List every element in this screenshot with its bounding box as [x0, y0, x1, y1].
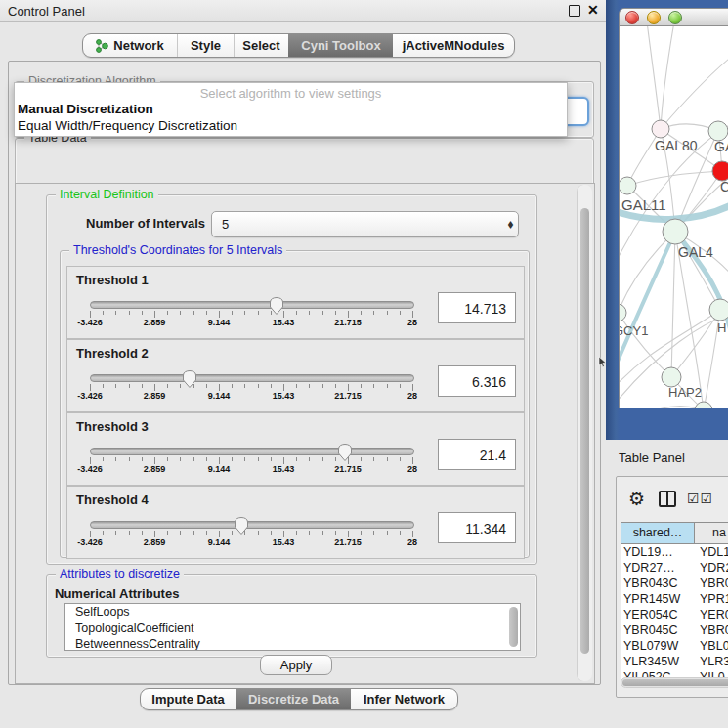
- slider-handle[interactable]: [233, 514, 250, 535]
- threshold-value-field[interactable]: 14.713: [438, 292, 516, 323]
- table-row[interactable]: YBL079WYBL0: [621, 638, 728, 654]
- threshold-value-field[interactable]: 11.344: [438, 512, 516, 543]
- slider-tick-label: -3.426: [77, 318, 103, 327]
- list-scrollbar-thumb[interactable]: [509, 607, 518, 647]
- table-row[interactable]: YER054CYER0: [621, 607, 728, 622]
- tab-label: Impute Data: [151, 692, 224, 707]
- slider-track[interactable]: [90, 301, 414, 309]
- table-row[interactable]: YLR345WYLR3: [621, 654, 728, 669]
- slider-track[interactable]: [90, 374, 414, 382]
- columns-icon[interactable]: [659, 491, 676, 507]
- horizontal-scrollbar[interactable]: [621, 677, 728, 688]
- tab-impute-data[interactable]: Impute Data: [141, 689, 236, 709]
- tab-infer-network[interactable]: Infer Network: [351, 689, 457, 709]
- network-node-gal11[interactable]: [619, 177, 636, 194]
- slider-tick: [154, 311, 155, 318]
- slider-tick: [373, 457, 374, 461]
- cyni-toolbox-panel: Discretization Algorithm Select algorith…: [8, 61, 601, 685]
- node-label: GAL80: [655, 138, 698, 153]
- dropdown-option-manual-discretization[interactable]: Manual Discretization: [15, 101, 567, 117]
- slider-handle-glyph: [268, 294, 285, 316]
- slider-track[interactable]: [90, 448, 414, 455]
- table-row[interactable]: YPR145WYPR1: [621, 591, 728, 607]
- apply-button[interactable]: Apply: [260, 655, 332, 675]
- number-of-intervals-combobox[interactable]: 5 ▲▼: [211, 211, 519, 237]
- vertical-scrollbar[interactable]: [577, 185, 592, 681]
- checkbox-icons[interactable]: ☑☑: [687, 491, 713, 506]
- network-node-hap2[interactable]: [662, 367, 681, 387]
- close-icon[interactable]: ✕: [587, 2, 599, 18]
- zoom-traffic-light[interactable]: [668, 11, 682, 24]
- network-node-gal80[interactable]: [652, 120, 669, 138]
- cell-shared-name: YER054C: [623, 607, 692, 622]
- node-label: HAP2: [668, 385, 702, 400]
- threshold-slider-1[interactable]: -3.4262.8599.14415.4321.71528: [90, 294, 412, 331]
- slider-tick: [335, 311, 336, 315]
- tab-jactivemnodules[interactable]: jActiveMNodules: [393, 34, 514, 57]
- table-row[interactable]: YBR045CYBR0: [621, 622, 728, 638]
- minimize-traffic-light[interactable]: [647, 11, 661, 24]
- cell-name: YDL1: [700, 544, 728, 560]
- threshold-panel-1: Threshold 1-3.4262.8599.14415.4321.71528…: [66, 266, 525, 339]
- network-node-gal4[interactable]: [663, 219, 688, 244]
- column-header-name[interactable]: na: [694, 522, 728, 544]
- gear-icon[interactable]: ⚙: [628, 488, 645, 510]
- tab-discretize-data[interactable]: Discretize Data: [236, 689, 351, 709]
- slider-tick: [180, 457, 181, 461]
- attribute-item-topologicalcoefficient[interactable]: TopologicalCoefficient: [65, 621, 520, 637]
- scrollbar-thumb[interactable]: [580, 208, 589, 654]
- network-icon: [96, 39, 108, 53]
- network-node-ga[interactable]: [708, 121, 728, 141]
- threshold-value-field[interactable]: 21.4: [438, 439, 516, 470]
- attributes-group: Attributes to discretize Numerical Attri…: [46, 574, 537, 658]
- network-node-h[interactable]: [709, 299, 728, 321]
- slider-tick: [167, 531, 168, 535]
- table-row[interactable]: YBR043CYBR0: [621, 576, 728, 591]
- slider-tick: [361, 384, 362, 388]
- tab-select[interactable]: Select: [234, 34, 288, 57]
- slider-tick: [348, 531, 349, 537]
- slider-handle[interactable]: [181, 367, 198, 389]
- slider-handle[interactable]: [268, 294, 285, 316]
- cell-shared-name: YLR345W: [623, 654, 692, 669]
- cell-name: YLR3: [700, 654, 728, 669]
- numerical-attributes-list[interactable]: SelfLoopsTopologicalCoefficientBetweenne…: [64, 603, 521, 651]
- float-window-icon[interactable]: [569, 5, 580, 17]
- slider-handle-glyph: [233, 514, 250, 535]
- threshold-value-field[interactable]: 6.316: [438, 365, 516, 397]
- slider-tick: [142, 384, 143, 388]
- attribute-item-selfloops[interactable]: SelfLoops: [65, 604, 520, 621]
- network-node-gcy1[interactable]: [619, 304, 626, 321]
- column-header-shared[interactable]: shared…: [621, 522, 695, 544]
- slider-track[interactable]: [90, 521, 414, 529]
- slider-tick: [271, 531, 272, 535]
- slider-tick-label: 2.859: [144, 318, 166, 327]
- table-row[interactable]: YDL19…YDL1: [621, 544, 728, 560]
- slider-tick: [219, 311, 220, 318]
- tab-cyni-toolbox[interactable]: Cyni Toolbox: [288, 34, 393, 57]
- attribute-item-betweennesscentrality[interactable]: BetweennessCentrality: [65, 636, 520, 651]
- algorithm-dropdown-popup: Select algorithm to view settings Manual…: [14, 82, 568, 137]
- slider-tick: [115, 457, 116, 461]
- dropdown-option-equal-width-frequency-discretization[interactable]: Equal Width/Frequency Discretization: [15, 117, 567, 134]
- threshold-slider-2[interactable]: -3.4262.8599.14415.4321.71528: [90, 367, 412, 405]
- slider-tick: [258, 457, 259, 461]
- cell-shared-name: YBR043C: [623, 576, 692, 591]
- network-node[interactable]: [695, 402, 712, 408]
- table-row[interactable]: YDR27…YDR2: [621, 560, 728, 576]
- slider-handle[interactable]: [336, 441, 354, 462]
- scrollbar-thumb[interactable]: [622, 679, 728, 686]
- network-window-titlebar[interactable]: [619, 8, 728, 26]
- threshold-slider-3[interactable]: -3.4262.8599.14415.4321.71528: [90, 441, 412, 478]
- slider-tick: [232, 384, 233, 388]
- threshold-slider-4[interactable]: -3.4262.8599.14415.4321.71528: [90, 514, 412, 551]
- slider-tick: [296, 384, 297, 388]
- network-canvas[interactable]: GAL80GACGAL11GAL4GCY1HHAP2: [619, 26, 728, 408]
- tab-network[interactable]: Network: [83, 34, 177, 57]
- network-node-c[interactable]: [712, 161, 728, 181]
- slider-tick-label: 28: [407, 318, 417, 327]
- close-traffic-light[interactable]: [625, 11, 639, 24]
- slider-tick: [232, 311, 233, 315]
- dropdown-hint: Select algorithm to view settings: [15, 86, 567, 101]
- tab-style[interactable]: Style: [177, 34, 234, 57]
